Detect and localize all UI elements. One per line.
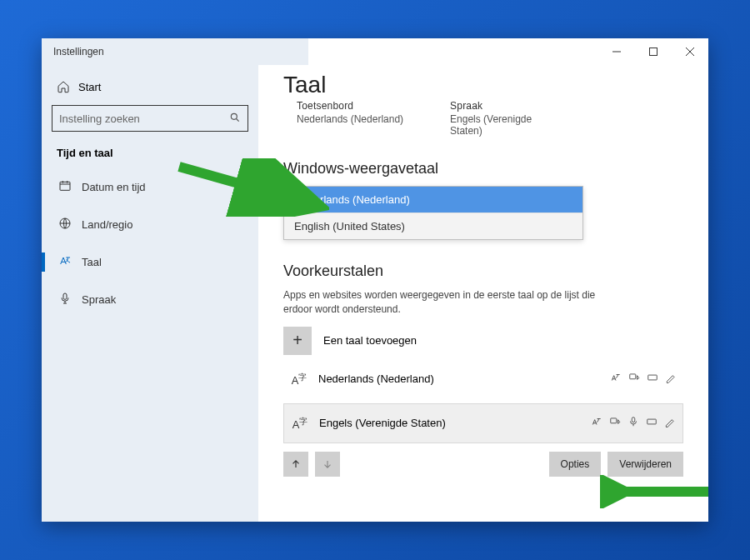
svg-rect-14: [630, 374, 636, 379]
clock-icon: [58, 179, 72, 195]
plus-icon: +: [283, 327, 312, 355]
translate-icon: [610, 372, 622, 386]
preferred-languages-heading: Voorkeurstalen: [283, 262, 683, 280]
language-actions: Opties Verwijderen: [283, 452, 683, 477]
sidebar: Start Instelling zoeken Tijd en taal Dat…: [42, 65, 258, 522]
keyboard-icon: [646, 416, 658, 430]
feature-keyboard-title: Toetsenbord: [297, 100, 403, 112]
language-row-en[interactable]: A字 Engels (Verenigde Staten): [283, 403, 683, 443]
language-label: Nederlands (Nederland): [318, 372, 434, 385]
svg-rect-1: [650, 48, 658, 56]
translate-icon: [591, 416, 602, 430]
sidebar-home-label: Start: [78, 81, 101, 93]
sidebar-item-region[interactable]: Land/regio: [52, 208, 248, 241]
svg-rect-23: [648, 419, 657, 424]
sidebar-item-label: Datum en tijd: [82, 181, 146, 193]
feature-speech-title: Spraak: [450, 100, 567, 112]
svg-rect-22: [632, 418, 635, 422]
globe-icon: [58, 217, 72, 232]
sidebar-item-date-time[interactable]: Datum en tijd: [52, 171, 248, 203]
svg-rect-6: [60, 182, 70, 190]
tts-icon: [628, 372, 640, 386]
mic-icon: [628, 416, 639, 430]
sidebar-item-label: Land/regio: [82, 218, 132, 231]
svg-line-5: [237, 118, 239, 121]
display-language-heading: Windows-weergavetaal: [283, 160, 683, 178]
svg-point-4: [231, 113, 237, 119]
tts-icon: [609, 416, 621, 430]
sidebar-section-label: Tijd en taal: [52, 137, 248, 166]
content-area: Taal Toetsenbord Nederlands (Nederland) …: [258, 65, 708, 522]
feature-keyboard-value: Nederlands (Nederland): [297, 113, 403, 125]
language-icon: [58, 254, 72, 270]
language-row-nl[interactable]: A字 Nederlands (Nederland): [283, 362, 683, 397]
dropdown-option-nl[interactable]: Nederlands (Nederland): [284, 187, 582, 212]
minimize-button[interactable]: [598, 38, 635, 65]
close-button[interactable]: [672, 38, 708, 65]
add-language-label: Een taal toevoegen: [323, 334, 417, 347]
language-glyph-icon: A字: [291, 414, 309, 432]
svg-rect-11: [63, 293, 67, 299]
language-label: Engels (Verenigde Staten): [319, 417, 446, 429]
feature-summary: Toetsenbord Nederlands (Nederland) Spraa…: [297, 100, 683, 137]
language-feature-icons: [610, 372, 677, 386]
svg-text:字: 字: [298, 372, 307, 382]
keyboard-icon: [647, 372, 658, 386]
page-title: Taal: [283, 72, 683, 98]
titlebar: Instellingen: [42, 38, 708, 65]
sidebar-item-label: Taal: [82, 256, 102, 268]
search-input[interactable]: Instelling zoeken: [52, 105, 248, 132]
dropdown-list: Nederlands (Nederland) English (United S…: [283, 186, 583, 240]
preferred-languages-desc: Apps en websites worden weergegeven in d…: [283, 288, 600, 317]
search-placeholder: Instelling zoeken: [59, 112, 140, 125]
language-feature-icons: [591, 416, 676, 430]
remove-button[interactable]: Verwijderen: [608, 452, 683, 477]
move-down-button[interactable]: [315, 452, 340, 477]
options-button[interactable]: Opties: [549, 452, 602, 477]
feature-speech-value: Engels (Verenigde Staten): [450, 113, 567, 137]
sidebar-item-label: Spraak: [82, 293, 116, 306]
sidebar-item-language[interactable]: Taal: [52, 246, 248, 278]
handwriting-icon: [665, 372, 677, 386]
dropdown-option-en[interactable]: English (United States): [284, 212, 582, 239]
svg-rect-21: [611, 418, 617, 423]
window-title: Instellingen: [53, 46, 104, 58]
svg-rect-15: [648, 375, 658, 380]
home-icon: [57, 80, 70, 93]
maximize-button[interactable]: [635, 38, 672, 65]
svg-text:字: 字: [299, 417, 308, 426]
microphone-icon: [58, 292, 72, 308]
add-language-row[interactable]: + Een taal toevoegen: [283, 327, 683, 355]
settings-window: Instellingen Start Instelling zoeken Tij…: [42, 38, 708, 522]
move-up-button[interactable]: [283, 452, 308, 477]
sidebar-item-speech[interactable]: Spraak: [52, 283, 248, 316]
language-glyph-icon: A字: [290, 370, 308, 388]
search-icon: [229, 112, 241, 126]
handwriting-icon: [664, 416, 676, 430]
sidebar-home[interactable]: Start: [52, 73, 248, 100]
